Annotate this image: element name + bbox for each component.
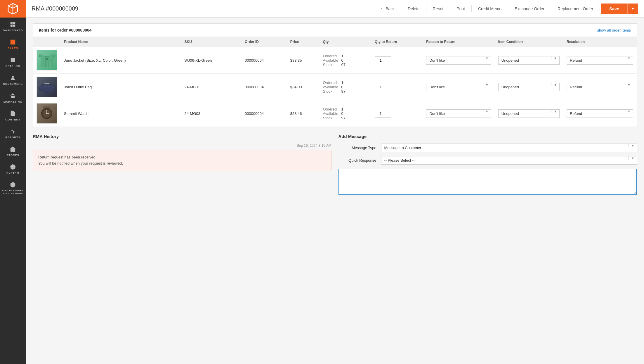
svg-point-4	[12, 76, 14, 78]
separator	[471, 5, 472, 12]
qty-return-input-1[interactable]	[375, 56, 391, 64]
product-order-id: 000000004	[241, 47, 287, 74]
resolution-select-arrow-1: ▼	[625, 56, 633, 60]
col-resolution: Resolution	[563, 37, 637, 47]
sidebar-item-sales[interactable]: SALES	[0, 35, 26, 53]
product-price: $34.00	[287, 74, 320, 100]
rma-history-title: RMA History	[33, 134, 331, 139]
product-qty-return	[371, 47, 423, 74]
sidebar-logo[interactable]	[0, 0, 26, 18]
product-condition: Unopened Opened Damaged ▼	[495, 47, 563, 74]
product-price: $83.35	[287, 47, 320, 74]
resolution-select-arrow-3: ▼	[625, 110, 633, 113]
product-resolution: Refund Exchange Store Credit ▼	[563, 74, 637, 100]
col-img	[33, 37, 60, 47]
product-image-cell	[33, 47, 60, 74]
reset-button[interactable]: Reset	[428, 4, 449, 13]
sidebar-item-dashboard[interactable]: DASHBOARD	[0, 18, 26, 35]
qty-return-input-2[interactable]	[375, 83, 391, 91]
message-type-select-wrapper: Message to Customer Message to Admin ▼	[381, 144, 637, 152]
sidebar-item-find[interactable]: FIND PARTNERS & EXTENSIONS	[0, 178, 26, 198]
quick-response-arrow: ▼	[629, 156, 637, 160]
save-button[interactable]: Save	[601, 4, 627, 14]
sidebar-item-marketing[interactable]: MARKETING	[0, 89, 26, 107]
resolution-select-3[interactable]: Refund Exchange Store Credit	[567, 110, 625, 118]
main-content: RMA #000000009 Back Delete Reset Print C…	[26, 0, 644, 364]
condition-select-wrapper-1: Unopened Opened Damaged ▼	[498, 56, 560, 65]
condition-select-2[interactable]: Unopened Opened Damaged	[499, 83, 551, 91]
product-image	[37, 50, 57, 70]
product-image-cell	[33, 100, 60, 127]
history-timestamp: Sep 16, 2024 8:10 AM	[33, 144, 331, 148]
reason-select-3[interactable]: Don't like Wrong item Damaged	[426, 110, 483, 118]
condition-select-3[interactable]: Unopened Opened Damaged	[499, 110, 551, 118]
condition-select-wrapper-2: Unopened Opened Damaged ▼	[498, 83, 560, 91]
save-button-wrapper: Save ▼	[601, 4, 638, 14]
product-image	[37, 77, 57, 97]
sidebar-item-reports[interactable]: REPORTS	[0, 125, 26, 142]
reason-select-1[interactable]: Don't like Wrong item Damaged	[426, 56, 483, 64]
items-card-title: Items for order #000000004	[39, 28, 92, 32]
product-qty: Ordered1 Available0 Stock97	[319, 47, 371, 74]
product-name: Juno Jacket (Size: XL, Color: Green)	[60, 47, 181, 74]
back-button[interactable]: Back	[374, 4, 400, 13]
product-condition: Unopened Opened Damaged ▼	[495, 74, 563, 100]
product-condition: Unopened Opened Damaged ▼	[495, 100, 563, 127]
show-all-link[interactable]: show all order items	[597, 28, 631, 32]
exchange-order-button[interactable]: Exchange Order	[509, 4, 550, 13]
product-sku: 24-MG03	[181, 100, 241, 127]
resolution-select-2[interactable]: Refund Exchange Store Credit	[567, 83, 625, 91]
sidebar-item-catalog[interactable]: CATALOG	[0, 53, 26, 71]
reason-select-arrow-2: ▼	[483, 83, 491, 87]
sidebar-item-content[interactable]: CONTENT	[0, 107, 26, 125]
resolution-select-wrapper-2: Refund Exchange Store Credit ▼	[567, 83, 633, 91]
product-sku: 24-MB01	[181, 74, 241, 100]
product-qty: Ordered1 Available0 Stock97	[319, 74, 371, 100]
sidebar-item-stores-label: STORES	[6, 153, 19, 157]
product-order-id: 000000004	[241, 74, 287, 100]
col-order-id: Order ID	[241, 37, 287, 47]
credit-memo-button[interactable]: Credit Memo	[473, 4, 507, 13]
quick-response-select-wrapper: -- Please Select -- ▼	[381, 156, 637, 165]
reason-select-2[interactable]: Don't like Wrong item Damaged	[426, 83, 483, 91]
resolution-select-1[interactable]: Refund Exchange Store Credit	[567, 56, 625, 64]
product-reason: Don't like Wrong item Damaged ▼	[423, 74, 495, 100]
product-reason: Don't like Wrong item Damaged ▼	[423, 47, 495, 74]
delete-button[interactable]: Delete	[402, 4, 425, 13]
quick-response-select[interactable]: -- Please Select --	[381, 156, 629, 164]
sidebar-item-sales-label: SALES	[8, 46, 18, 50]
sidebar-item-system[interactable]: SYSTEM	[0, 160, 26, 178]
svg-rect-2	[11, 25, 13, 27]
sidebar-item-dashboard-label: DASHBOARD	[3, 29, 23, 32]
resolution-select-wrapper-1: Refund Exchange Store Credit ▼	[567, 56, 633, 65]
print-button[interactable]: Print	[451, 4, 470, 13]
items-table-head: Product Name SKU Order ID Price Qty Qty …	[33, 37, 637, 47]
quick-response-row: Quick Response -- Please Select -- ▼	[339, 156, 637, 165]
reason-select-arrow-1: ▼	[483, 56, 491, 60]
col-qty: Qty	[319, 37, 371, 47]
table-row: Summit Watch 24-MG03 000000004 $58.46 Or…	[33, 100, 637, 127]
items-card-header: Items for order #000000004 show all orde…	[33, 24, 637, 37]
product-resolution: Refund Exchange Store Credit ▼	[563, 47, 637, 74]
replacement-order-button[interactable]: Replacement Order	[552, 4, 598, 13]
condition-select-1[interactable]: Unopened Opened Damaged	[499, 56, 551, 64]
product-price: $58.46	[287, 100, 320, 127]
sidebar-item-customers-label: CUSTOMERS	[3, 82, 23, 85]
add-message-title: Add Message	[339, 134, 637, 139]
sidebar-item-stores[interactable]: STORES	[0, 142, 26, 160]
col-qty-return: Qty to Return	[371, 37, 423, 47]
svg-point-8	[46, 58, 48, 60]
col-price: Price	[287, 37, 320, 47]
sidebar-item-customers[interactable]: CUSTOMERS	[0, 71, 26, 89]
qty-return-input-3[interactable]	[375, 110, 391, 118]
message-type-select[interactable]: Message to Customer Message to Admin	[381, 144, 629, 152]
condition-select-arrow-2: ▼	[551, 83, 559, 87]
topbar-actions: Back Delete Reset Print Credit Memo Exch…	[374, 4, 638, 14]
condition-select-wrapper-3: Unopened Opened Damaged ▼	[498, 109, 560, 118]
message-textarea[interactable]	[339, 169, 637, 195]
save-dropdown-button[interactable]: ▼	[627, 4, 638, 14]
message-type-row: Message Type Message to Customer Message…	[339, 144, 637, 152]
condition-select-arrow-1: ▼	[551, 56, 559, 60]
col-reason: Reason to Return	[423, 37, 495, 47]
separator	[600, 5, 600, 12]
